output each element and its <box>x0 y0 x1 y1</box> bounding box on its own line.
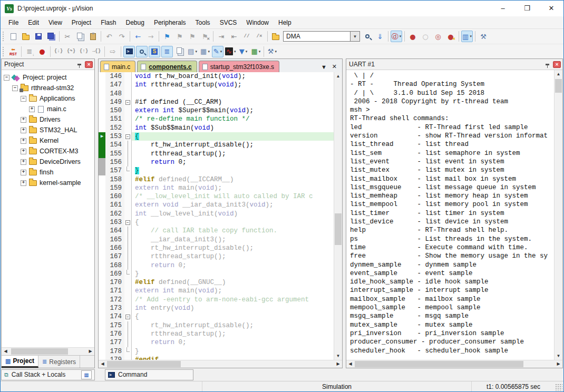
close-document-icon[interactable]: ✕ <box>332 63 337 70</box>
system-viewer-button[interactable]: ▼▾ <box>237 46 249 57</box>
command-panel-bar[interactable]: > Command <box>105 369 193 380</box>
find-button[interactable] <box>362 31 373 42</box>
dropdown-icon[interactable]: ▾ <box>195 50 197 54</box>
minimize-button[interactable]: – <box>491 1 515 16</box>
expander-plus-icon[interactable]: + <box>21 170 26 175</box>
code-text[interactable]: return 0; <box>132 338 334 347</box>
code-line[interactable]: 151/* re-define main function */ <box>99 115 334 123</box>
code-text[interactable]: } <box>132 347 334 356</box>
code-line[interactable]: 146void rt_hw_board_init(void); <box>99 72 334 81</box>
scrollbar-thumb[interactable] <box>355 361 523 367</box>
close-icon[interactable]: ✕ <box>553 61 561 68</box>
code-line[interactable]: 156 return 0; <box>99 158 334 166</box>
memory-window-button[interactable]: ▦▾ <box>199 46 211 57</box>
scrollbar-thumb[interactable] <box>107 361 181 367</box>
editor-tab-components-c[interactable]: components.c <box>137 61 197 72</box>
redo-button[interactable]: ↷ <box>116 31 128 42</box>
code-line[interactable]: 175 rt_hw_interrupt_disable(); <box>99 321 334 330</box>
configure-tools-button[interactable]: ⚒ <box>478 31 489 42</box>
code-text[interactable]: } <box>132 166 334 175</box>
stop-button[interactable]: ●✕ <box>36 46 48 57</box>
code-line[interactable]: 154 rt_hw_interrupt_disable(); <box>99 141 334 149</box>
code-line[interactable]: 166 rt_hw_interrupt_disable(); <box>99 244 334 252</box>
fold-gutter[interactable]: − <box>124 218 132 227</box>
expander-minus-icon[interactable]: − <box>21 96 26 102</box>
toolbar-grip[interactable] <box>3 32 5 41</box>
tree-item-applications[interactable]: −Applications <box>4 93 94 104</box>
tree-item-stm32-hal[interactable]: +STM32_HAL <box>4 125 94 135</box>
code-text[interactable]: rt_hw_interrupt_disable(); <box>132 244 334 252</box>
tree-item-finsh[interactable]: +finsh <box>4 167 94 178</box>
symbols-window-button[interactable]: S <box>149 46 160 57</box>
fold-collapse-icon[interactable]: − <box>125 315 130 319</box>
pin-icon[interactable] <box>77 64 81 65</box>
scroll-up-icon[interactable]: ▲ <box>334 72 342 80</box>
code-text[interactable]: rtthread_startup(); <box>132 330 334 338</box>
code-text[interactable]: void rt_hw_board_init(void); <box>132 72 334 81</box>
bookmark-next-button[interactable]: ⚑ <box>174 31 186 42</box>
code-line[interactable]: 179#endif <box>99 356 334 360</box>
code-text[interactable]: return 0; <box>132 158 334 166</box>
expander-plus-icon[interactable]: + <box>21 128 26 133</box>
code-text[interactable]: int $Sub$$main(void) <box>132 124 334 132</box>
menu-help[interactable]: Help <box>274 16 296 28</box>
run-to-cursor-button[interactable]: →{} <box>91 46 102 57</box>
code-line[interactable]: 162int __low_level_init(void) <box>99 210 334 218</box>
code-text[interactable]: extern int main(void); <box>132 184 334 192</box>
memory-grid-icon[interactable]: ▦ <box>81 370 92 379</box>
debug-settings-button[interactable]: ⚒▾ <box>266 46 278 57</box>
find-in-files-button[interactable] <box>270 31 281 42</box>
menu-edit[interactable]: Edit <box>23 16 44 28</box>
expander-minus-icon[interactable]: − <box>12 85 18 91</box>
code-line[interactable]: 167 rtthread_startup(); <box>99 252 334 261</box>
code-line[interactable]: 163−{ <box>99 218 334 227</box>
window-layout-button[interactable]: ▥▾ <box>461 31 473 42</box>
code-line[interactable]: 172/* Add -eentry to arm-none-eabi-gcc a… <box>99 296 334 304</box>
code-line[interactable]: 168 return 0; <box>99 261 334 270</box>
close-button[interactable]: ✕ <box>539 1 563 16</box>
code-line[interactable]: 150extern int $Super$$main(void); <box>99 106 334 115</box>
menu-view[interactable]: View <box>44 16 67 28</box>
uart-hscrollbar[interactable]: ◀ ▶ <box>346 360 562 368</box>
code-text[interactable]: /* re-define main function */ <box>132 115 334 123</box>
code-text[interactable]: return 0; <box>132 261 334 270</box>
code-text[interactable]: } <box>132 270 334 278</box>
code-line[interactable]: 158#elif defined(__ICCARM__) <box>99 175 334 184</box>
save-all-button[interactable] <box>45 31 57 42</box>
expander-minus-icon[interactable]: − <box>4 75 9 81</box>
code-line[interactable]: 161extern void __iar_data_init3(void); <box>99 201 334 209</box>
new-file-button[interactable] <box>7 31 19 42</box>
code-text[interactable]: int __low_level_init(void) <box>132 210 334 218</box>
code-text[interactable]: { <box>132 218 334 227</box>
code-line[interactable]: 159extern int main(void); <box>99 184 334 192</box>
code-line[interactable]: 164 // call IAR table copy function. <box>99 227 334 235</box>
cut-button[interactable]: ✂ <box>62 31 73 42</box>
code-text[interactable]: { <box>132 132 334 141</box>
menu-svcs[interactable]: SVCS <box>215 16 242 28</box>
expander-plus-icon[interactable]: + <box>21 117 26 123</box>
code-text[interactable]: int rtthread_startup(void); <box>132 81 334 89</box>
code-text[interactable]: int entry(void) <box>132 304 334 312</box>
dropdown-icon[interactable]: ▾ <box>234 50 236 54</box>
search-box[interactable]: DMA▼ <box>283 31 360 42</box>
tree-item-kernel[interactable]: +Kernel <box>4 135 94 146</box>
disassembly-window-button[interactable] <box>136 46 148 57</box>
tree-item-drivers[interactable]: +Drivers <box>4 114 94 125</box>
indent-button[interactable]: ⇥ <box>216 31 227 42</box>
fold-gutter[interactable]: − <box>124 98 132 106</box>
tab-registers[interactable]: ≣Registers <box>38 356 80 368</box>
reset-cpu-button[interactable]: ⬅RST <box>7 46 19 57</box>
code-text[interactable]: /* Add -eentry to arm-none-eabi-gcc argu… <box>132 296 334 304</box>
uncomment-selection-button[interactable]: /× <box>254 31 265 42</box>
find-definition-button[interactable]: ⓓ▾ <box>391 31 402 42</box>
code-line[interactable]: 165 __iar_data_init3(); <box>99 236 334 244</box>
code-area[interactable]: 146void rt_hw_board_init(void);147int rt… <box>99 72 334 360</box>
code-line[interactable]: 148 <box>99 90 334 98</box>
callstack-panel-bar[interactable]: ⧉ Call Stack + Locals ▦ <box>1 369 95 380</box>
command-window-button[interactable]: > <box>123 46 135 57</box>
scrollbar-thumb[interactable] <box>335 213 342 245</box>
fold-collapse-icon[interactable]: − <box>125 134 130 139</box>
code-text[interactable]: extern int $Super$$main(void); <box>132 106 334 115</box>
dropdown-icon[interactable]: ▾ <box>275 50 277 54</box>
undo-button[interactable]: ↶ <box>103 31 115 42</box>
